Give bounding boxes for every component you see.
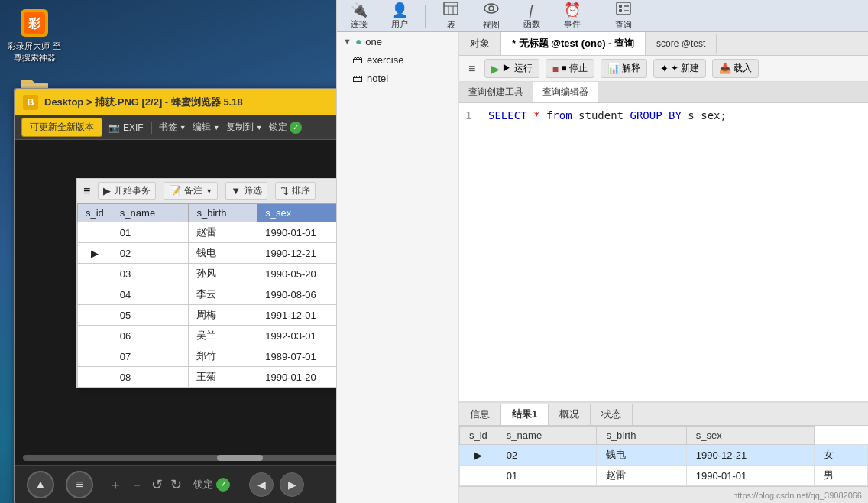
table-cell-s_id[interactable]: 03 (112, 264, 189, 284)
col-header-sid[interactable]: s_id (78, 204, 112, 222)
menu-bottom-btn[interactable]: ≡ (66, 471, 93, 498)
result-cell-s_name[interactable]: 赵雷 (597, 466, 686, 486)
table-cell-s_name[interactable]: 孙风 (189, 264, 257, 284)
stop-icon: ■ (552, 63, 559, 75)
add-btn[interactable]: ＋ (108, 475, 122, 494)
exif-btn[interactable]: 📷 EXIF (108, 122, 144, 133)
svg-point-10 (489, 6, 494, 11)
filter-btn[interactable]: ▼ 筛选 (225, 182, 267, 200)
result-cell-s_id[interactable]: 01 (497, 466, 597, 486)
copy-to-btn[interactable]: 复制到 ▼ (226, 121, 263, 134)
table-cell-s_id[interactable]: 02 (112, 243, 189, 264)
update-btn[interactable]: 可更新全新版本 (21, 118, 102, 137)
result-cell-s_sex[interactable]: 女 (815, 445, 868, 466)
nav-table-btn[interactable]: 表 (432, 0, 469, 32)
new-query-btn[interactable]: ✦ ✦ 新建 (653, 59, 706, 78)
table-cell-s_name[interactable]: 周梅 (189, 305, 257, 326)
tab-query-editor[interactable]: 查询编辑器 (533, 82, 598, 102)
db-icon-exercise: 🗃 (352, 54, 363, 66)
result-cell-s_id[interactable]: 02 (497, 445, 597, 466)
result-cell-s_birth[interactable]: 1990-01-01 (686, 466, 815, 486)
start-tx-btn[interactable]: ▶ 开始事务 (98, 182, 156, 200)
table-menu-btn[interactable]: ≡ (83, 184, 90, 198)
lock-bottom-text: 锁定 (193, 478, 213, 492)
explain-btn[interactable]: 📊 解释 (601, 59, 647, 78)
lock-btn[interactable]: 锁定 ✓ (269, 121, 302, 134)
navicat-body: ▼ ● one 🗃 exercise 🗃 hotel 对象 * 无标题 @tes… (337, 32, 868, 503)
event-icon: ⏰ (564, 2, 581, 18)
table-cell-s_name[interactable]: 郑竹 (189, 346, 257, 367)
lock-bottom-area[interactable]: 锁定 ✓ (193, 478, 230, 492)
result-tab-status[interactable]: 状态 (591, 404, 633, 425)
user-icon: 👤 (391, 2, 408, 18)
stop-query-btn[interactable]: ■ ■ 停止 (546, 59, 594, 78)
row-pointer-cell (78, 346, 112, 367)
prev-nav-btn[interactable]: ◀ (249, 472, 274, 497)
status-url: https://blog.csdn.net/qq_39082066 (733, 491, 862, 500)
nav-view-btn[interactable]: 视图 (473, 0, 510, 32)
edit-btn[interactable]: 编辑 ▼ (193, 121, 220, 134)
chevron-down-icon2: ▼ (213, 124, 220, 131)
result-tab-result1[interactable]: 结果1 (501, 404, 549, 425)
connect-icon: 🔌 (351, 2, 368, 18)
sql-content: SELECT * from student GROUP BY s_sex; (488, 109, 727, 122)
table-cell-s_name[interactable]: 赵雷 (189, 222, 257, 243)
home-btn[interactable]: ▲ (27, 471, 54, 498)
minus-btn[interactable]: － (130, 475, 144, 494)
note-btn[interactable]: 📝 备注 ▼ (164, 182, 218, 200)
result-tab-overview[interactable]: 概况 (549, 404, 591, 425)
db-icon-hotel: 🗃 (352, 72, 363, 84)
sql-editor[interactable]: 1 SELECT * from student GROUP BY s_sex; (459, 103, 868, 402)
bookmark-btn[interactable]: 书签 ▼ (159, 121, 186, 134)
table-cell-s_id[interactable]: 01 (112, 222, 189, 243)
table-cell-s_id[interactable]: 04 (112, 284, 189, 305)
nav-connect-btn[interactable]: 🔌 连接 (341, 0, 377, 31)
results-table-container: s_id s_name s_birth s_sex ▶02钱电1990-12-2… (459, 426, 868, 486)
result-row[interactable]: ▶02钱电1990-12-21女 (460, 445, 868, 466)
result-row[interactable]: 01赵雷1990-01-01男 (460, 466, 868, 486)
tab-query-builder[interactable]: 查询创建工具 (459, 82, 533, 102)
result-cell-s_birth[interactable]: 1990-12-21 (686, 445, 815, 466)
table-cell-s_id[interactable]: 05 (112, 305, 189, 326)
sidebar-item-exercise[interactable]: 🗃 exercise (337, 50, 458, 69)
table-cell-s_id[interactable]: 06 (112, 326, 189, 346)
tab-query[interactable]: * 无标题 @test (one) - 查询 (501, 32, 646, 55)
table-cell-s_id[interactable]: 07 (112, 346, 189, 367)
run-query-btn[interactable]: ▶ ▶ 运行 (484, 59, 539, 78)
desktop-icon-app[interactable]: 彩 彩录屏大师 至尊搜索神器 (8, 8, 61, 63)
nav-user-btn[interactable]: 👤 用户 (381, 0, 418, 31)
play-icon: ▶ (491, 63, 500, 75)
table-cell-s_name[interactable]: 吴兰 (189, 326, 257, 346)
scroll-thumb[interactable] (217, 455, 263, 461)
col-header-sbirth[interactable]: s_birth (189, 204, 257, 222)
table-cell-s_id[interactable]: 08 (112, 367, 189, 388)
undo-btn[interactable]: ↺ (151, 476, 163, 493)
nav-event-btn[interactable]: ⏰ 事件 (554, 0, 591, 31)
tab-score[interactable]: score @test (646, 34, 717, 54)
view-icon (483, 2, 500, 19)
col-header-sname[interactable]: s_name (112, 204, 189, 222)
result-cell-s_sex[interactable]: 男 (815, 466, 868, 486)
table-cell-s_name[interactable]: 钱电 (189, 243, 257, 264)
sort-btn[interactable]: ⇅ 排序 (275, 182, 316, 200)
table-cell-s_name[interactable]: 王菊 (189, 367, 257, 388)
row-pointer-cell (78, 367, 112, 388)
result-cell-s_name[interactable]: 钱电 (597, 445, 686, 466)
redo-btn[interactable]: ↻ (170, 476, 182, 493)
nav-query-btn[interactable]: 查询 (605, 0, 642, 32)
tab-object[interactable]: 对象 (459, 32, 501, 55)
row-pointer-cell: ▶ (78, 243, 112, 264)
next-nav-btn[interactable]: ▶ (280, 472, 304, 497)
sidebar-item-hotel[interactable]: 🗃 hotel (337, 69, 458, 87)
toolbar-sep1 (425, 5, 426, 28)
lock-icon: ✓ (290, 122, 302, 134)
sidebar-item-one[interactable]: ▼ ● one (337, 32, 458, 50)
nav-function-btn[interactable]: ƒ 函数 (513, 1, 550, 31)
row-pointer-cell (78, 326, 112, 346)
table-cell-s_name[interactable]: 李云 (189, 284, 257, 305)
result-tab-info[interactable]: 信息 (459, 404, 501, 425)
hamburger-menu-icon[interactable]: ≡ (465, 59, 478, 79)
load-btn[interactable]: 📥 载入 (712, 59, 759, 78)
toolbar-sep2 (598, 5, 598, 28)
svg-point-9 (484, 4, 498, 13)
